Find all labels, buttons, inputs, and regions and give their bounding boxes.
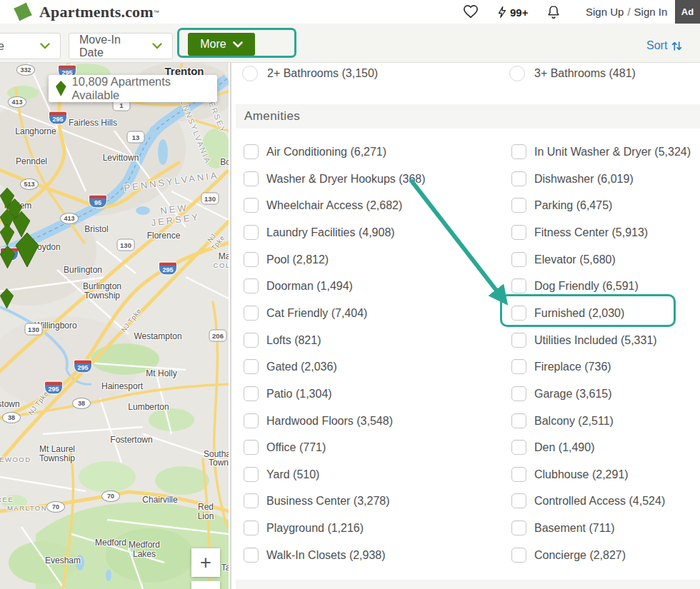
move-in-date-filter-dropdown[interactable]: Move-In Date <box>69 33 173 59</box>
amenity-row-concierge: Concierge (2,827) <box>511 548 626 563</box>
furnished-checkbox[interactable] <box>511 306 526 321</box>
2-bathrooms-radio[interactable] <box>242 66 258 81</box>
walk-in-closets-checkbox[interactable] <box>244 548 259 563</box>
air-conditioning-checkbox[interactable] <box>244 144 259 159</box>
doorman-checkbox[interactable] <box>244 278 259 293</box>
sign-up-link[interactable]: Sign Up <box>586 6 624 18</box>
basement-checkbox[interactable] <box>511 520 526 535</box>
results-count-text: 10,809 Apartments Available <box>72 75 217 102</box>
concierge-checkbox[interactable] <box>511 548 526 563</box>
pool-checkbox[interactable] <box>244 252 259 267</box>
clubhouse-checkbox[interactable] <box>511 467 526 482</box>
doorman-label: Doorman (1,494) <box>266 280 353 293</box>
furnished-label: Furnished (2,030) <box>534 307 624 320</box>
amenity-row-washer-dryer-hookups: Washer & Dryer Hookups (368) <box>244 171 426 186</box>
map-pin-icon <box>56 80 66 97</box>
dog-friendly-checkbox[interactable] <box>511 278 526 293</box>
hardwood-floors-label: Hardwood Floors (3,548) <box>266 415 393 428</box>
map-zoom-out-button[interactable] <box>191 581 220 589</box>
elevator-checkbox[interactable] <box>511 252 526 267</box>
apartment-map-pin[interactable] <box>16 233 39 267</box>
amenity-row-patio: Patio (1,304) <box>244 386 332 401</box>
amenity-row-office: Office (771) <box>244 440 326 455</box>
amenity-row-doorman: Doorman (1,494) <box>244 278 353 293</box>
amenity-row-fitness-center: Fitness Center (5,913) <box>511 225 648 240</box>
map-zoom-in-button[interactable]: + <box>191 548 220 577</box>
radio-option-2-bathrooms: 2+ Bathrooms (3,150) <box>242 66 378 81</box>
fitness-center-checkbox[interactable] <box>511 225 526 240</box>
radio-option-3-bathrooms: 3+ Bathrooms (481) <box>509 66 636 81</box>
office-checkbox[interactable] <box>244 440 259 455</box>
amenity-row-gated: Gated (2,036) <box>244 359 337 374</box>
apartment-map-pin[interactable] <box>0 288 14 308</box>
chevron-down-icon <box>152 43 162 49</box>
amenity-row-playground: Playground (1,216) <box>244 520 364 535</box>
basement-label: Basement (711) <box>534 522 615 535</box>
auth-links: Sign Up/Sign In <box>586 6 667 18</box>
apartment-map-pin[interactable] <box>0 246 15 268</box>
den-checkbox[interactable] <box>511 440 526 455</box>
notifications-bell-icon[interactable] <box>546 4 561 20</box>
dishwasher-checkbox[interactable] <box>511 171 526 186</box>
laundry-facilities-checkbox[interactable] <box>244 225 259 240</box>
den-label: Den (1,490) <box>534 441 595 454</box>
utilities-included-label: Utilities Included (5,331) <box>534 334 657 347</box>
brand-trademark: ™ <box>154 9 159 16</box>
dishwasher-label: Dishwasher (6,019) <box>534 173 634 186</box>
garage-checkbox[interactable] <box>511 386 526 401</box>
washer-dryer-hookups-checkbox[interactable] <box>244 171 259 186</box>
fireplace-label: Fireplace (736) <box>534 361 611 373</box>
brand-name: Apartments.com <box>39 3 154 21</box>
parking-checkbox[interactable] <box>511 198 526 213</box>
air-conditioning-label: Air Conditioning (6,271) <box>266 146 386 158</box>
sort-arrows-icon <box>671 41 682 51</box>
gated-checkbox[interactable] <box>244 359 259 374</box>
move-in-date-label: Move-In Date <box>79 34 144 59</box>
brand-logo[interactable]: Apartments.com ™ <box>11 1 159 23</box>
amenity-row-in-unit-washer-dryer: In Unit Washer & Dryer (5,324) <box>511 144 691 159</box>
ad-badge: Ad <box>675 0 700 24</box>
amenity-row-clubhouse: Clubhouse (2,291) <box>511 467 629 482</box>
plus-icon: + <box>200 552 211 574</box>
sort-control[interactable]: Sort <box>646 39 682 52</box>
amenity-row-pool: Pool (2,812) <box>244 252 329 267</box>
amenity-row-air-conditioning: Air Conditioning (6,271) <box>244 144 386 159</box>
business-center-checkbox[interactable] <box>244 493 259 508</box>
walk-in-closets-label: Walk-In Closets (2,938) <box>266 549 386 562</box>
apartment-map-pin[interactable] <box>0 224 14 246</box>
wheelchair-access-checkbox[interactable] <box>244 198 259 213</box>
results-map[interactable]: TrentonLanghorneFairless HillsPenndelLev… <box>0 63 229 589</box>
amenity-row-parking: Parking (6,475) <box>511 198 612 213</box>
balcony-checkbox[interactable] <box>511 413 526 428</box>
lightning-bolt-icon <box>496 4 509 20</box>
controlled-access-checkbox[interactable] <box>511 493 526 508</box>
apartments-logo-icon <box>11 1 34 23</box>
cat-friendly-label: Cat Friendly (7,404) <box>266 307 367 320</box>
in-unit-washer-dryer-checkbox[interactable] <box>511 144 526 159</box>
amenity-row-garage: Garage (3,615) <box>511 386 612 401</box>
amenities-section-header: Amenities <box>236 104 700 129</box>
amenity-row-utilities-included: Utilities Included (5,331) <box>511 333 657 348</box>
amenity-row-basement: Basement (711) <box>511 520 615 535</box>
garage-label: Garage (3,615) <box>534 388 612 401</box>
lofts-checkbox[interactable] <box>244 333 259 348</box>
utilities-included-checkbox[interactable] <box>511 333 526 348</box>
fireplace-checkbox[interactable] <box>511 359 526 374</box>
lifestyle-filter-dropdown[interactable]: style <box>0 33 61 59</box>
sign-in-link[interactable]: Sign In <box>634 6 668 18</box>
hardwood-floors-checkbox[interactable] <box>244 413 259 428</box>
3-bathrooms-label: 3+ Bathrooms (481) <box>534 67 636 80</box>
yard-checkbox[interactable] <box>244 467 259 482</box>
amenity-row-dog-friendly: Dog Friendly (6,591) <box>511 278 639 293</box>
amenity-row-balcony: Balcony (2,511) <box>511 413 614 428</box>
favorites-heart-icon[interactable] <box>463 4 479 20</box>
3-bathrooms-radio[interactable] <box>509 66 525 81</box>
cat-friendly-checkbox[interactable] <box>244 306 259 321</box>
playground-checkbox[interactable] <box>244 520 259 535</box>
more-filters-button[interactable]: More <box>188 33 255 56</box>
amenity-row-dishwasher: Dishwasher (6,019) <box>511 171 634 186</box>
patio-checkbox[interactable] <box>244 386 259 401</box>
points-indicator[interactable]: 99+ <box>496 4 528 20</box>
chevron-down-icon <box>40 43 50 49</box>
amenity-row-hardwood-floors: Hardwood Floors (3,548) <box>244 413 393 428</box>
